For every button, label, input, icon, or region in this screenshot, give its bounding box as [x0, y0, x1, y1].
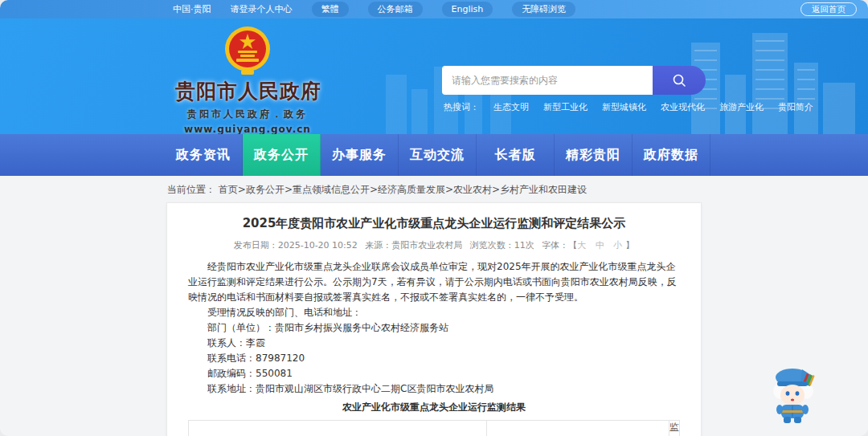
search-bar [442, 66, 706, 95]
search-icon [671, 72, 687, 88]
hot-search-word[interactable]: 新型工业化 [543, 101, 588, 113]
city-skyline-decoration [0, 18, 868, 134]
nav-item[interactable]: 长者版 [477, 134, 555, 176]
nav-item[interactable]: 办事服务 [321, 134, 399, 176]
article-card: 2025年度贵阳市农业产业化市级重点龙头企业运行监测和评定结果公示 发布日期：2… [166, 202, 702, 436]
font-size-label: 字体：【 [542, 240, 577, 251]
article-paragraph: 联系人：李霞 [188, 336, 680, 351]
hot-search-words: 生态文明 新型工业化 新型城镇化 农业现代化 旅游产业化 贵阳简介 [493, 101, 813, 113]
breadcrumb-path[interactable]: 首页>政务公开>重点领域信息公开>经济高质量发展>农业农村>乡村产业和农田建设 [219, 184, 587, 195]
national-emblem-icon [223, 25, 272, 76]
top-utility-bar: 中国·贵阳 请登录个人中心 繁體 公务邮箱 English 无障碍浏览 返回首页 [0, 0, 868, 18]
result-table-title: 农业产业化市级重点龙头企业运行监测结果 [188, 401, 680, 414]
publish-date: 发布日期：2025-10-20 10:52 [234, 240, 358, 251]
mascot-character[interactable] [770, 364, 817, 426]
result-table: 序号企业名称监测结果 1 贵州合力超市采购有限公司 合格 2 贵州友禾种业有限公… [188, 420, 680, 436]
article-paragraph: 受理情况反映的部门、电话和地址： [188, 305, 680, 320]
font-size-label-close: 】 [625, 240, 634, 251]
article-body: 经贵阳市农业产业化市级重点龙头企业联席会议成员单位审定，现对2025年开展的农业… [188, 259, 680, 397]
nav-item[interactable]: 政务公开 [243, 134, 321, 176]
breadcrumb-label: 当前位置： [167, 184, 215, 195]
topbar-link[interactable]: 繁體 [312, 2, 349, 17]
site-url: www.guiyang.gov.cn [175, 124, 320, 134]
font-size-controls[interactable]: 大 中 小 [577, 240, 625, 251]
mascot-icon [770, 364, 817, 423]
article-paragraph: 经贵阳市农业产业化市级重点龙头企业联席会议成员单位审定，现对2025年开展的农业… [188, 259, 680, 305]
topbar-link[interactable]: 公务邮箱 [368, 2, 423, 17]
page: 中国·贵阳 请登录个人中心 繁體 公务邮箱 English 无障碍浏览 返回首页 [0, 0, 868, 436]
topbar-link[interactable]: English [442, 2, 493, 17]
back-home-button[interactable]: 返回首页 [800, 2, 857, 16]
result-table-header-cell: 监测结果 [669, 421, 679, 436]
main-nav: 政务资讯 政务公开 办事服务 互动交流 长者版 精彩贵阳 政府数据 [0, 134, 868, 176]
result-table-header-row: 序号企业名称监测结果 [189, 421, 680, 436]
view-count: 浏览次数：11次 [470, 240, 534, 251]
nav-item[interactable]: 政务资讯 [165, 134, 243, 176]
topbar-link[interactable]: 请登录个人中心 [231, 2, 293, 16]
result-table-header-cell: 序号 [189, 421, 487, 436]
result-table-header-cell: 企业名称 [486, 421, 669, 436]
nav-item[interactable]: 政府数据 [633, 134, 710, 176]
site-header: 贵阳市人民政府 贵阳市人民政府．政务 www.guiyang.gov.cn 热搜… [0, 18, 868, 134]
hot-search-word[interactable]: 贵阳简介 [778, 101, 813, 113]
topbar-links: 中国·贵阳 请登录个人中心 繁體 公务邮箱 English 无障碍浏览 [173, 2, 575, 17]
search-button[interactable] [653, 66, 706, 95]
nav-item[interactable]: 互动交流 [399, 134, 477, 176]
hot-search-row: 热搜词： 生态文明 新型工业化 新型城镇化 农业现代化 旅游产业化 贵阳简介 [444, 101, 813, 113]
article-title: 2025年度贵阳市农业产业化市级重点龙头企业运行监测和评定结果公示 [188, 214, 680, 232]
article-paragraph: 部门（单位）：贵阳市乡村振兴服务中心农村经济服务站 [188, 320, 680, 336]
site-name: 贵阳市人民政府 [175, 78, 320, 104]
article-paragraph: 联系电话：87987120 [188, 351, 680, 366]
hot-search-word[interactable]: 农业现代化 [661, 101, 705, 113]
site-subtitle: 贵阳市人民政府．政务 [175, 108, 320, 121]
topbar-link[interactable]: 中国·贵阳 [173, 2, 211, 16]
hot-search-word[interactable]: 生态文明 [493, 101, 529, 113]
hot-search-label: 热搜词： [444, 101, 479, 113]
nav-item[interactable]: 精彩贵阳 [555, 134, 633, 176]
breadcrumb: 当前位置： 首页>政务公开>重点领域信息公开>经济高质量发展>农业农村>乡村产业… [0, 176, 868, 202]
article-paragraph: 联系地址：贵阳市观山湖区市级行政中心二期C区贵阳市农业农村局 [188, 381, 680, 397]
article-meta: 发布日期：2025-10-20 10:52 来源：贵阳市农业农村局 浏览次数：1… [188, 239, 680, 251]
hot-search-word[interactable]: 新型城镇化 [602, 101, 646, 113]
article-paragraph: 邮政编码：550081 [188, 366, 680, 381]
source: 来源：贵阳市农业农村局 [365, 240, 462, 251]
site-logo[interactable]: 贵阳市人民政府 贵阳市人民政府．政务 www.guiyang.gov.cn [175, 25, 320, 134]
hot-search-word[interactable]: 旅游产业化 [719, 101, 764, 113]
content-area: 当前位置： 首页>政务公开>重点领域信息公开>经济高质量发展>农业农村>乡村产业… [0, 176, 868, 436]
search-input[interactable] [442, 66, 653, 95]
topbar-link[interactable]: 无障碍浏览 [512, 2, 575, 17]
